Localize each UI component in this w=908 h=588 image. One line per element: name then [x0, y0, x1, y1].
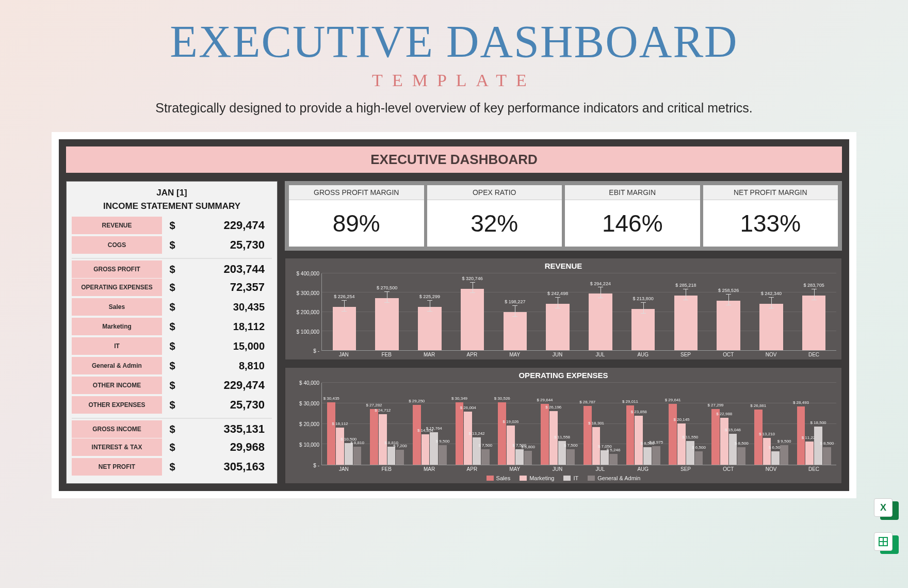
- opex-bar-label: $ 18,112: [332, 421, 348, 426]
- opex-bar-label: $ 6,500: [692, 445, 706, 450]
- revenue-bar: $ 294,224: [580, 273, 621, 350]
- revenue-bar: $ 285,218: [666, 273, 706, 350]
- opex-bar-label: $ 29,011: [622, 399, 638, 404]
- opex-bar-label: $ 15,046: [725, 428, 741, 432]
- kpi-label: EBIT MARGIN: [565, 185, 700, 200]
- currency-symbol: $: [162, 264, 183, 275]
- opex-bar-group: $ 26,861$ 13,210$ 6,500$ 9,500: [751, 383, 792, 465]
- legend-label: Sales: [496, 475, 511, 481]
- opex-bar-sales: $ 26,861: [754, 410, 763, 465]
- opex-bar-general-admin: $ 9,500: [780, 445, 788, 465]
- opex-bar-label: $ 7,200: [393, 444, 407, 448]
- revenue-bar: $ 258,526: [708, 273, 749, 350]
- opex-bar-sales: $ 27,282: [370, 409, 378, 465]
- legend-swatch: [520, 476, 527, 481]
- income-row-value: 18,112: [183, 321, 272, 333]
- income-row: GROSS PROFIT$203,744: [72, 258, 272, 277]
- opex-bar-label: $ 27,282: [366, 403, 382, 407]
- opex-bar-group: $ 30,435$ 18,112$ 10,500$ 8,810: [324, 383, 365, 465]
- revenue-bar: $ 226,254: [324, 273, 365, 350]
- currency-symbol: $: [162, 220, 183, 232]
- opex-bar-it: $ 6,500: [771, 451, 780, 465]
- opex-bar-marketing: $ 11,226: [805, 442, 814, 465]
- revenue-bar: $ 213,800: [623, 273, 663, 350]
- opex-bar-general-admin: $ 7,500: [481, 449, 490, 465]
- opex-bar-general-admin: $ 7,200: [396, 450, 404, 465]
- opex-bar-label: $ 18,301: [588, 421, 604, 426]
- opex-chart-title: OPERATING EXPENSES: [290, 371, 836, 380]
- opex-bar-group: $ 27,299$ 22,988$ 15,046$ 8,500: [708, 383, 749, 465]
- revenue-bar-label: $ 258,526: [718, 288, 739, 293]
- opex-bar-it: $ 15,046: [729, 434, 737, 465]
- opex-legend: SalesMarketingITGeneral & Admin: [290, 475, 836, 481]
- y-tick: $ 30,000: [299, 401, 319, 406]
- opex-bar-label: $ 13,210: [759, 432, 775, 436]
- opex-bar-marketing: $ 18,112: [336, 428, 344, 465]
- income-row: IT$15,000: [72, 336, 272, 356]
- opex-bar-label: $ 30,435: [323, 396, 339, 401]
- opex-bar-marketing: $ 13,210: [763, 438, 771, 465]
- x-tick: FEB: [366, 352, 407, 357]
- opex-bar-marketing: $ 23,858: [635, 416, 643, 465]
- revenue-bar-label: $ 294,224: [590, 281, 611, 286]
- opex-bar-marketing: $ 20,145: [677, 423, 686, 465]
- income-row-value: 15,000: [183, 340, 272, 352]
- legend-label: IT: [573, 475, 578, 481]
- revenue-bar-label: $ 283,705: [804, 283, 824, 288]
- income-row: OTHER INCOME$229,474: [72, 375, 272, 395]
- kpi-strip: GROSS PROFIT MARGIN89%OPEX RATIO32%EBIT …: [285, 181, 842, 251]
- opex-bar-it: $ 18,500: [814, 427, 822, 465]
- income-row: General & Admin$8,810: [72, 356, 272, 375]
- revenue-bar: $ 198,227: [495, 273, 536, 350]
- opex-bar-general-admin: $ 7,500: [566, 449, 575, 465]
- kpi-value: 89%: [289, 200, 424, 247]
- income-statement-title: INCOME STATEMENT SUMMARY: [72, 201, 272, 211]
- y-tick: $ 300,000: [297, 290, 320, 296]
- revenue-bar-label: $ 213,800: [633, 296, 654, 301]
- opex-bar-group: $ 29,644$ 26,196$ 11,558$ 7,500: [538, 383, 578, 465]
- kpi-card: GROSS PROFIT MARGIN89%: [289, 185, 424, 247]
- x-tick: DEC: [793, 466, 834, 472]
- x-tick: NOV: [751, 352, 791, 357]
- opex-bar-label: $ 29,641: [665, 398, 681, 402]
- income-row-label: IT: [72, 337, 162, 355]
- opex-bar-label: $ 30,349: [451, 396, 467, 401]
- revenue-bar: $ 242,498: [538, 273, 578, 350]
- opex-bar-general-admin: $ 8,500: [737, 447, 745, 465]
- income-row-value: 8,810: [183, 360, 272, 372]
- page-tagline: Strategically designed to provide a high…: [0, 101, 908, 116]
- currency-symbol: $: [162, 239, 183, 251]
- income-row-label: GROSS PROFIT: [72, 260, 162, 278]
- income-row-label: OPERATING EXPENSES: [72, 279, 162, 296]
- y-tick: $ 20,000: [299, 421, 319, 427]
- income-row: NET PROFIT$305,163: [72, 457, 272, 477]
- revenue-bar-label: $ 226,254: [334, 294, 354, 299]
- y-tick: $ 10,000: [299, 442, 319, 448]
- income-row: OTHER EXPENSES$25,730: [72, 395, 272, 415]
- opex-bar-label: $ 29,250: [409, 399, 425, 403]
- opex-bar-group: $ 28,493$ 11,226$ 18,500$ 8,500: [793, 383, 834, 465]
- income-row-value: 229,474: [183, 379, 272, 392]
- opex-bar-marketing: $ 22,988: [720, 418, 728, 465]
- opex-bar-general-admin: $ 8,500: [823, 447, 831, 465]
- income-row-value: 30,435: [183, 301, 272, 313]
- opex-bar-it: $ 7,500: [515, 449, 524, 465]
- income-statement-panel: JAN [1] INCOME STATEMENT SUMMARY REVENUE…: [66, 181, 278, 484]
- opex-bar-it: $ 8,500: [643, 447, 652, 465]
- opex-bar-label: $ 9,500: [436, 439, 450, 444]
- opex-bar-label: $ 8,975: [649, 440, 663, 445]
- income-row-value: 229,474: [183, 219, 272, 232]
- opex-bar-label: $ 9,500: [777, 439, 791, 444]
- currency-symbol: $: [162, 442, 183, 453]
- opex-bar-general-admin: $ 5,246: [609, 454, 618, 465]
- revenue-bar-label: $ 225,299: [419, 294, 440, 299]
- opex-bar-label: $ 7,500: [478, 443, 492, 448]
- opex-bar-general-admin: $ 9,500: [439, 445, 447, 465]
- opex-bar-label: $ 24,712: [375, 408, 391, 413]
- opex-bar-group: $ 29,641$ 20,145$ 11,550$ 6,500: [666, 383, 706, 465]
- opex-bar-it: $ 10,500: [345, 443, 353, 465]
- kpi-value: 32%: [427, 200, 562, 247]
- opex-bar-it: $ 7,050: [601, 450, 609, 465]
- x-tick: SEP: [666, 466, 706, 472]
- revenue-bar-label: $ 320,746: [462, 276, 483, 281]
